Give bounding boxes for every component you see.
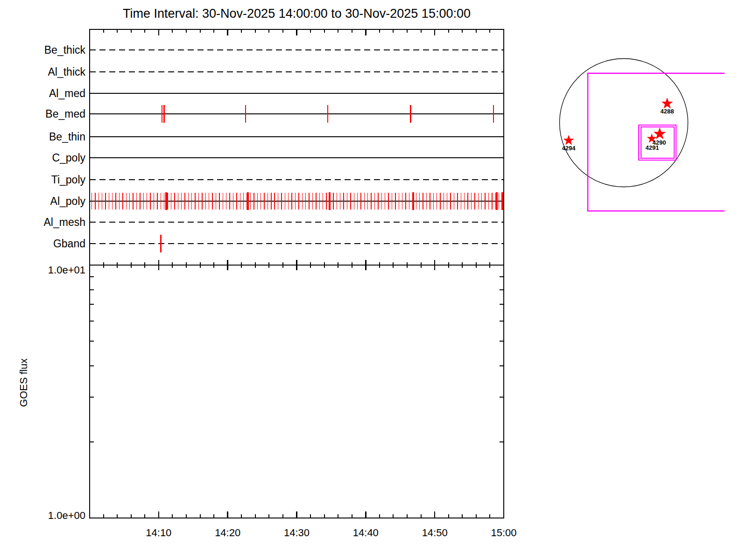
solar-limb-circle: [560, 59, 688, 187]
flare-label-4294: 4294: [562, 145, 576, 152]
filter-label-c_poly: C_poly: [52, 152, 85, 164]
filter-label-gband: Gband: [53, 238, 85, 250]
figure-canvas: GOES flux 1.0e+01 1.0e+00 Be_thickAl_thi…: [0, 0, 747, 560]
plot-title: Time Interval: 30-Nov-2025 14:00:00 to 3…: [90, 7, 504, 21]
xtick-label-1430: 14:30: [284, 527, 310, 539]
goes-y-axis-title: GOES flux: [18, 358, 29, 407]
goes-ytick-label-top: 1.0e+01: [48, 264, 85, 276]
xrt-goes-observation-plot: Time Interval: 30-Nov-2025 14:00:00 to 3…: [0, 0, 747, 560]
xtick-label-1410: 14:10: [146, 527, 171, 539]
flare-label-4291: 4291: [646, 144, 659, 151]
flare-star-4288: [662, 98, 673, 109]
axes-group: [90, 29, 504, 518]
xtick-label-1450: 14:50: [422, 527, 448, 539]
filter-label-al_thick: Al_thick: [48, 66, 85, 78]
labels-group: GOES flux 1.0e+01 1.0e+00 Be_thickAl_thi…: [18, 44, 517, 539]
filter-label-al_mesh: Al_mesh: [44, 216, 85, 228]
goes-panel-box: [90, 265, 504, 518]
xtick-label-1420: 14:20: [215, 527, 240, 539]
xtick-label-1500: 15:00: [491, 527, 516, 539]
goes-ytick-label-bottom: 1.0e+00: [48, 510, 85, 521]
exposure-ticks-group: [92, 105, 502, 252]
filter-label-al_med: Al_med: [49, 87, 85, 99]
flare-star-4294: [564, 135, 574, 145]
filter-panel-box: [90, 29, 504, 265]
xtick-label-1440: 14:40: [353, 527, 379, 539]
filter-label-be_thin: Be_thin: [49, 131, 85, 143]
filter-label-be_med: Be_med: [45, 108, 85, 120]
filter-label-be_thick: Be_thick: [44, 44, 86, 56]
filter-label-ti_poly: Ti_poly: [51, 174, 86, 186]
filter-label-al_poly: Al_poly: [50, 195, 86, 207]
flare-label-4288: 4288: [661, 108, 674, 115]
solar-disk-group: 4288429042914294: [560, 59, 725, 211]
